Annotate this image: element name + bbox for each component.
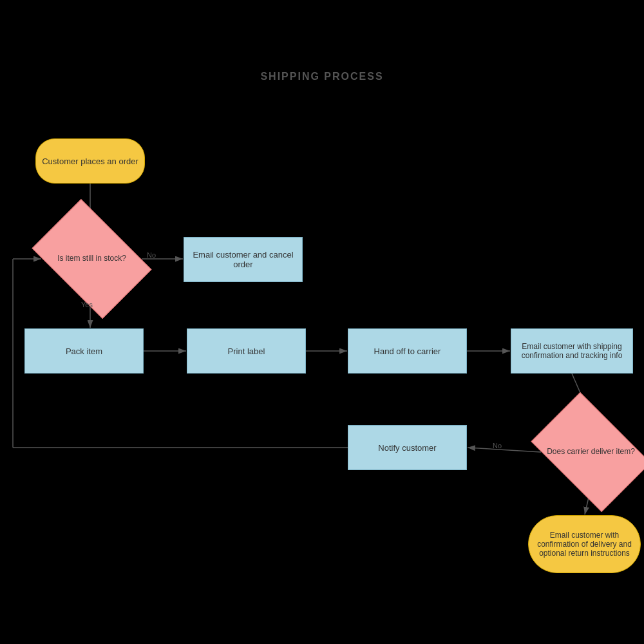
notify-node: Notify customer (348, 425, 467, 470)
print-node: Print label (187, 328, 306, 374)
flowchart-canvas: SHIPPING PROCESS Customer places an (0, 0, 644, 644)
no1-label: No (147, 251, 156, 259)
start-node: Customer places an order (35, 138, 145, 184)
cancel-node: Email customer and cancel order (184, 237, 303, 282)
decision1-node: Is item still in stock? (42, 224, 142, 294)
decision2-node: Does carrier deliver item? (541, 417, 641, 487)
no2-label: No (493, 442, 502, 450)
end-node: Email customer with confirmation of deli… (528, 515, 641, 573)
email-confirm-node: Email customer with shipping confirmatio… (511, 328, 633, 374)
pack-node: Pack item (24, 328, 144, 374)
handoff-node: Hand off to carrier (348, 328, 467, 374)
svg-line-8 (468, 448, 541, 452)
page-title: SHIPPING PROCESS (0, 71, 644, 82)
yes1-label: Yes (81, 301, 93, 308)
